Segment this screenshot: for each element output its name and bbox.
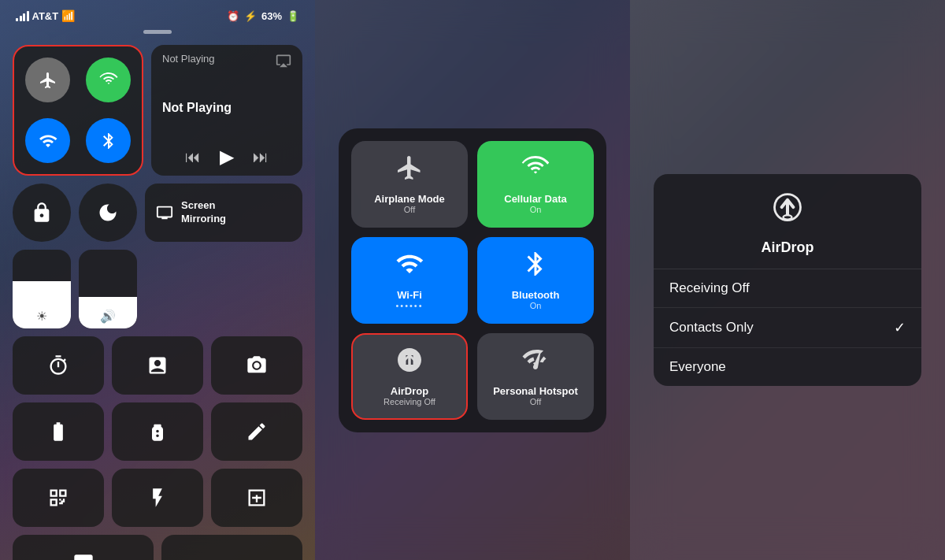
- receiving-off-label: Receiving Off: [669, 280, 750, 296]
- play-button[interactable]: ▶: [220, 146, 234, 168]
- cc-popup-grid: Airplane Mode Off Cellular Data On: [351, 141, 594, 420]
- swipe-handle: [0, 25, 315, 39]
- orientation-lock-button[interactable]: [13, 184, 71, 242]
- second-row: ScreenMirroring: [13, 184, 302, 242]
- qr-button[interactable]: [13, 469, 104, 527]
- bluetooth-popup-icon: [521, 250, 550, 284]
- everyone-label: Everyone: [669, 359, 726, 375]
- airdrop-option-contacts-only[interactable]: Contacts Only ✓: [654, 308, 921, 348]
- np-label: Not Playing: [162, 53, 214, 65]
- pencil-button[interactable]: [211, 402, 302, 461]
- sleep-button[interactable]: [161, 535, 302, 560]
- panel-airdrop-popup: Airplane Mode Off Cellular Data On: [315, 0, 630, 560]
- airdrop-menu: AirDrop Receiving Off Contacts Only ✓ Ev…: [654, 174, 921, 386]
- status-bar: AT&T 📶 ⏰ ⚡ 63% 🔋: [0, 0, 315, 25]
- not-playing-text: Not Playing: [162, 101, 291, 115]
- remote-button[interactable]: [112, 402, 203, 461]
- screen-mirroring-button[interactable]: ScreenMirroring: [145, 184, 302, 242]
- cellular-button[interactable]: [86, 57, 131, 102]
- airdrop-menu-title: AirDrop: [762, 239, 814, 256]
- popup-cellular-button[interactable]: Cellular Data On: [477, 141, 594, 228]
- carrier-label: AT&T: [32, 10, 59, 22]
- sliders-row: ☀ 🔊: [13, 250, 302, 328]
- airplane-button[interactable]: [25, 57, 70, 102]
- airplane-popup-icon: [395, 154, 424, 188]
- alarm-icon: ⏰: [227, 10, 239, 22]
- svg-point-2: [784, 215, 792, 220]
- do-not-disturb-button[interactable]: [79, 184, 137, 242]
- wifi-popup-label: Wi-Fi ••••••: [395, 289, 423, 310]
- battery-icon: 🔋: [287, 10, 299, 22]
- app-icons-grid: [13, 336, 302, 527]
- airdrop-options: Receiving Off Contacts Only ✓ Everyone: [654, 269, 921, 386]
- popup-bluetooth-button[interactable]: Bluetooth On: [477, 237, 594, 324]
- swipe-pill: [143, 30, 172, 34]
- signal-bar-4: [27, 11, 29, 21]
- panel2-content: Airplane Mode Off Cellular Data On: [315, 0, 630, 560]
- cellular-popup-label: Cellular Data On: [504, 193, 566, 214]
- cellular-popup-icon: [521, 154, 550, 188]
- battery-button[interactable]: [13, 402, 104, 461]
- panel3-content: AirDrop Receiving Off Contacts Only ✓ Ev…: [630, 0, 945, 560]
- top-row: Not Playing Not Playing ⏮ ▶ ⏭: [13, 45, 302, 176]
- cc-content: Not Playing Not Playing ⏮ ▶ ⏭: [0, 39, 315, 560]
- airplane-popup-label: Airplane Mode Off: [374, 193, 445, 214]
- airdrop-menu-header: AirDrop: [654, 174, 921, 269]
- panel-control-center: AT&T 📶 ⏰ ⚡ 63% 🔋: [0, 0, 315, 560]
- connectivity-block: [13, 45, 143, 176]
- nfc-button[interactable]: [13, 535, 154, 560]
- charging-icon: ⚡: [244, 10, 257, 22]
- hotspot-popup-label: Personal Hotspot Off: [493, 385, 578, 406]
- camera-button[interactable]: [211, 336, 302, 395]
- np-top: Not Playing: [162, 53, 291, 72]
- timer-button[interactable]: [13, 336, 104, 395]
- cc-popup: Airplane Mode Off Cellular Data On: [339, 128, 606, 432]
- np-controls: ⏮ ▶ ⏭: [162, 146, 291, 168]
- airdrop-option-receiving-off[interactable]: Receiving Off: [654, 269, 921, 308]
- bottom-row: [13, 535, 302, 560]
- calculator-button[interactable]: [112, 336, 203, 395]
- rewind-button[interactable]: ⏮: [185, 148, 201, 166]
- signal-bars: [16, 11, 29, 21]
- panel-airdrop-menu: AirDrop Receiving Off Contacts Only ✓ Ev…: [630, 0, 945, 560]
- popup-hotspot-button[interactable]: Personal Hotspot Off: [477, 333, 594, 420]
- wifi-popup-icon: [395, 250, 424, 284]
- status-right: ⏰ ⚡ 63% 🔋: [227, 10, 299, 22]
- popup-airdrop-button[interactable]: AirDrop Receiving Off: [351, 333, 468, 420]
- notes-button[interactable]: [211, 469, 302, 527]
- signal-bar-1: [16, 18, 18, 21]
- status-left: AT&T 📶: [16, 9, 75, 22]
- airplay-icon[interactable]: [276, 53, 291, 72]
- forward-button[interactable]: ⏭: [253, 148, 269, 166]
- popup-wifi-button[interactable]: Wi-Fi ••••••: [351, 237, 468, 324]
- popup-airplane-button[interactable]: Airplane Mode Off: [351, 141, 468, 228]
- airdrop-option-everyone[interactable]: Everyone: [654, 348, 921, 386]
- contacts-only-label: Contacts Only: [669, 320, 754, 336]
- brightness-slider[interactable]: ☀: [13, 250, 71, 328]
- bluetooth-button[interactable]: [86, 118, 131, 163]
- flashlight-button[interactable]: [112, 469, 203, 527]
- screen-mirroring-label: ScreenMirroring: [181, 199, 226, 226]
- airdrop-menu-icon: [770, 190, 805, 232]
- wifi-icon: 📶: [61, 9, 75, 22]
- airdrop-popup-icon: [395, 346, 424, 380]
- hotspot-popup-icon: [521, 346, 550, 380]
- battery-label: 63%: [261, 10, 282, 22]
- volume-slider[interactable]: 🔊: [79, 250, 137, 328]
- airdrop-popup-label: AirDrop Receiving Off: [384, 385, 435, 406]
- signal-bar-3: [23, 13, 25, 21]
- contacts-only-checkmark: ✓: [894, 319, 906, 336]
- signal-bar-2: [20, 16, 22, 21]
- now-playing-panel: Not Playing Not Playing ⏮ ▶ ⏭: [151, 45, 302, 176]
- wifi-button[interactable]: [25, 118, 70, 163]
- bluetooth-popup-label: Bluetooth On: [512, 289, 560, 310]
